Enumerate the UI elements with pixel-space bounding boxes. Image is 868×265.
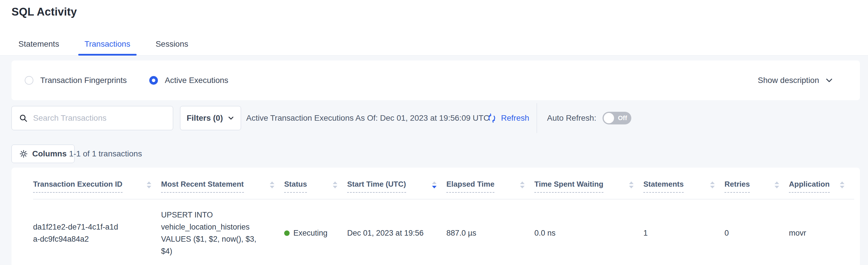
columns-label: Columns	[32, 149, 67, 158]
auto-refresh-toggle[interactable]: Off	[602, 112, 631, 125]
column-header-status: Status	[284, 180, 347, 199]
filters-button[interactable]: Filters (0)	[180, 106, 241, 130]
column-header-elapsed-time: Elapsed Time	[446, 180, 534, 199]
column-header-start-time: Start Time (UTC)	[347, 180, 446, 199]
sort-icon[interactable]	[520, 182, 525, 188]
radio-active-executions[interactable]: Active Executions	[149, 76, 228, 85]
sort-icon[interactable]	[270, 182, 274, 188]
column-header-label[interactable]: Statements	[643, 180, 684, 193]
sort-icon[interactable]	[710, 182, 715, 188]
sort-icon[interactable]	[333, 182, 337, 188]
chevron-down-icon	[227, 115, 235, 122]
refresh-label: Refresh	[501, 113, 529, 123]
column-header-label[interactable]: Transaction Execution ID	[33, 180, 123, 193]
radio-circle-icon[interactable]	[25, 76, 33, 85]
tab-bar: Statements Transactions Sessions	[12, 39, 207, 56]
radio-label: Transaction Fingerprints	[40, 76, 127, 85]
page-content: Transaction Fingerprints Active Executio…	[0, 56, 868, 265]
page-title: SQL Activity	[11, 6, 77, 18]
refresh-button[interactable]: Refresh	[487, 106, 529, 130]
view-mode-card: Transaction Fingerprints Active Executio…	[11, 60, 860, 100]
toolbar-divider	[537, 103, 537, 133]
table-row[interactable]: da1f21e2-de71-4c1f-a1da-dc9fc94a84a2 UPS…	[33, 199, 854, 265]
cell-status: Executing	[284, 227, 347, 239]
column-header-time-spent-waiting: Time Spent Waiting	[534, 180, 643, 199]
search-input[interactable]	[33, 113, 166, 123]
refresh-icon	[487, 113, 497, 123]
table-header-row: Transaction Execution ID Most Recent Sta…	[33, 168, 854, 199]
filters-label: Filters (0)	[187, 113, 223, 123]
column-header-label[interactable]: Most Recent Statement	[161, 180, 244, 193]
show-description-label: Show description	[758, 76, 819, 85]
column-header-transaction-execution-id: Transaction Execution ID	[33, 180, 161, 199]
view-mode-radio-group: Transaction Fingerprints Active Executio…	[25, 76, 228, 85]
cell-elapsed-time: 887.0 µs	[446, 227, 534, 239]
radio-transaction-fingerprints[interactable]: Transaction Fingerprints	[25, 76, 127, 85]
tab-sessions[interactable]: Sessions	[149, 39, 195, 56]
column-header-label[interactable]: Time Spent Waiting	[534, 180, 603, 193]
status-label: Executing	[293, 227, 328, 239]
sort-icon[interactable]	[840, 182, 844, 188]
auto-refresh-state: Off	[618, 114, 627, 122]
sort-icon[interactable]	[629, 182, 633, 188]
tab-statements[interactable]: Statements	[12, 39, 66, 56]
radio-circle-icon[interactable]	[149, 76, 158, 85]
column-header-retries: Retries	[724, 180, 789, 199]
column-header-label[interactable]: Retries	[724, 180, 750, 193]
toggle-knob-icon	[604, 113, 614, 123]
column-header-label[interactable]: Application	[789, 180, 830, 193]
column-header-application: Application	[789, 180, 854, 199]
column-header-label[interactable]: Start Time (UTC)	[347, 180, 406, 193]
cell-retries: 0	[724, 227, 789, 239]
show-description-toggle[interactable]: Show description	[758, 76, 834, 85]
tab-transactions[interactable]: Transactions	[78, 39, 136, 56]
search-icon	[19, 113, 28, 123]
sort-icon[interactable]	[775, 182, 779, 188]
cell-start-time: Dec 01, 2023 at 19:56	[347, 227, 446, 239]
auto-refresh-control: Auto Refresh: Off	[547, 106, 631, 130]
result-count: 1-1 of 1 transactions	[69, 144, 142, 163]
column-header-statements: Statements	[643, 180, 724, 199]
chevron-down-icon	[825, 76, 834, 85]
cell-application: movr	[789, 227, 854, 239]
transactions-table: Transaction Execution ID Most Recent Sta…	[11, 168, 860, 265]
as-of-timestamp: Active Transaction Executions As Of: Dec…	[246, 106, 489, 130]
auto-refresh-label: Auto Refresh:	[547, 113, 596, 123]
columns-button[interactable]: Columns	[11, 144, 74, 163]
sort-icon[interactable]	[147, 182, 151, 188]
sort-icon[interactable]	[432, 182, 437, 188]
search-box[interactable]	[11, 106, 173, 130]
column-header-label[interactable]: Elapsed Time	[446, 180, 494, 193]
cell-transaction-execution-id[interactable]: da1f21e2-de71-4c1f-a1da-dc9fc94a84a2	[33, 221, 129, 245]
cell-statements: 1	[643, 227, 724, 239]
column-header-label[interactable]: Status	[284, 180, 307, 193]
radio-label: Active Executions	[165, 76, 228, 85]
column-header-most-recent-statement: Most Recent Statement	[161, 180, 284, 199]
status-executing-dot-icon	[284, 231, 290, 236]
cell-most-recent-statement[interactable]: UPSERT INTO vehicle_location_histories V…	[161, 209, 276, 257]
page-header: SQL Activity Statements Transactions Ses…	[0, 0, 868, 56]
cell-time-spent-waiting: 0.0 ns	[534, 227, 643, 239]
gear-icon	[19, 150, 28, 158]
